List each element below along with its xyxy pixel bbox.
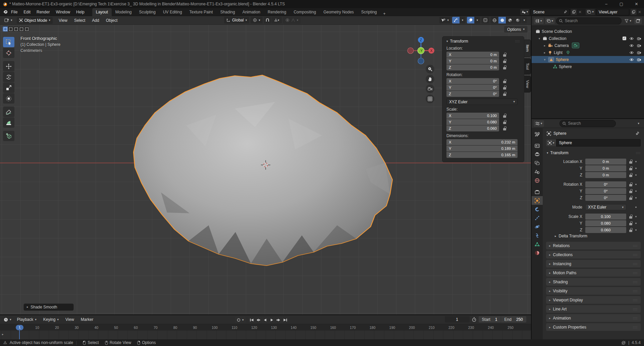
prop-location-y-field[interactable]: 0 m	[585, 165, 626, 171]
outliner-filter-button[interactable]: ▾	[623, 18, 633, 24]
properties-transform-panel-header[interactable]: ▾ Transform ::::	[547, 151, 641, 155]
tool-measure[interactable]	[3, 117, 14, 128]
viewlayer-name-field[interactable]: ViewLayer	[596, 9, 629, 15]
properties-tab-render[interactable]	[532, 141, 543, 150]
pan-view-button[interactable]	[426, 75, 434, 83]
lock-icon[interactable]	[629, 168, 632, 170]
drag-handle-icon[interactable]: ::::	[636, 151, 641, 155]
proportional-editing-dropdown[interactable]: ▾	[283, 17, 301, 23]
panel-instancing[interactable]: ▸ Instancing ::::	[546, 260, 641, 268]
properties-tab-world[interactable]	[532, 176, 543, 185]
viewport-menu-object[interactable]: Object	[103, 18, 121, 23]
toggle-perspective-button[interactable]	[426, 95, 434, 103]
lock-icon[interactable]	[629, 230, 632, 232]
properties-tab-collection[interactable]	[532, 187, 543, 196]
expander-icon[interactable]: ▸	[543, 44, 546, 47]
prop-scale-y-field[interactable]: 0.080	[585, 220, 626, 226]
outliner-row-scene-collection[interactable]: Scene Collection	[532, 28, 644, 35]
outliner-display-mode-button[interactable]: ▾	[545, 18, 555, 24]
previous-keyframe-button[interactable]	[255, 317, 262, 323]
snap-toggle[interactable]	[264, 17, 271, 23]
panel-shading[interactable]: ▸ Shading ::::	[546, 278, 641, 286]
properties-tab-output[interactable]	[532, 150, 543, 159]
lock-icon[interactable]	[629, 216, 632, 219]
scene-browse-button[interactable]: ▾	[520, 9, 530, 15]
workspace-tab-uv-editing[interactable]: UV Editing	[159, 8, 186, 16]
workspace-tab-scripting[interactable]: Scripting	[358, 8, 381, 16]
lock-icon[interactable]	[503, 87, 506, 90]
scale-y-field[interactable]: Y0.080	[446, 119, 499, 125]
workspace-tab-sculpting[interactable]: Sculpting	[136, 8, 159, 16]
menu-file[interactable]: File	[8, 8, 20, 16]
transform-panel-header[interactable]: ▾ Transform ::::	[446, 39, 520, 44]
editor-type-button[interactable]: ▾	[2, 17, 15, 24]
properties-tab-constraints[interactable]	[532, 231, 543, 240]
panel-motion-paths[interactable]: ▸ Motion Paths ::::	[546, 269, 641, 277]
tool-scale[interactable]	[3, 82, 14, 93]
drag-handle-icon[interactable]: ::::	[633, 316, 638, 320]
viewlayer-delete-button[interactable]: ✕	[638, 10, 641, 14]
workspace-tab-texture-paint[interactable]: Texture Paint	[186, 8, 217, 16]
tool-select-box[interactable]	[3, 37, 14, 47]
lock-icon[interactable]	[503, 128, 506, 130]
tool-transform[interactable]	[3, 93, 14, 104]
show-gizmo-toggle[interactable]	[452, 17, 460, 23]
prop-scale-x-field[interactable]: 0.100	[585, 214, 626, 220]
panel-line-art[interactable]: ▸ Line Art ::::	[546, 305, 641, 313]
workspace-tab-rendering[interactable]: Rendering	[264, 8, 290, 16]
delta-transform-subpanel[interactable]: ▸ Delta Transform	[555, 234, 641, 238]
scene-delete-button[interactable]: ✕	[578, 10, 582, 14]
timeline-menu-view[interactable]: View	[62, 317, 77, 322]
transform-orientation-dropdown[interactable]: Global ▾	[224, 17, 249, 23]
tool-cursor[interactable]	[3, 48, 14, 58]
sidebar-tab-item[interactable]: Item	[524, 40, 531, 57]
outliner-editor-type-button[interactable]: ▾	[534, 18, 544, 24]
drag-handle-icon[interactable]: ::::	[633, 298, 638, 302]
outliner-row-collection[interactable]: ▾ Collection ✓	[532, 35, 644, 42]
sidebar-tab-tool[interactable]: Tool	[524, 58, 531, 74]
select-mode-extend[interactable]	[8, 26, 13, 32]
animate-dot[interactable]	[635, 168, 637, 169]
new-collection-button[interactable]	[634, 18, 642, 24]
tool-annotate[interactable]	[3, 107, 14, 117]
jump-to-start-button[interactable]	[249, 317, 255, 323]
drag-handle-icon[interactable]: ::::	[633, 289, 638, 293]
lock-icon[interactable]	[629, 175, 632, 177]
snap-with-dropdown[interactable]: ▾	[272, 17, 282, 23]
lock-icon[interactable]	[503, 81, 506, 83]
animate-dot[interactable]	[635, 223, 637, 224]
disable-render-icon[interactable]	[637, 44, 641, 47]
pin-icon[interactable]	[564, 10, 567, 14]
object-name-field[interactable]: Sphere	[556, 139, 641, 147]
location-y-field[interactable]: Y0 m	[446, 58, 499, 64]
location-x-field[interactable]: X0 m	[446, 52, 499, 58]
shading-rendered-button[interactable]	[514, 17, 521, 23]
selectability-visibility-dropdown[interactable]: ▾	[439, 17, 450, 23]
end-frame-field[interactable]: End250	[501, 316, 526, 323]
operator-panel-shade-smooth[interactable]: ▸ Shade Smooth	[23, 303, 74, 311]
animate-dot[interactable]	[635, 190, 637, 192]
timeline-ruler[interactable]: 1020304050607080901001101201301401501601…	[0, 324, 531, 331]
timeline-menu-marker[interactable]: Marker	[77, 317, 97, 322]
navigation-gizmo[interactable]: Z X -Y	[406, 35, 436, 66]
scale-x-field[interactable]: X0.100	[446, 113, 499, 119]
animate-dot[interactable]	[635, 229, 637, 231]
overlays-dropdown[interactable]: ▾	[475, 17, 480, 23]
viewport-menu-select[interactable]: Select	[71, 18, 89, 23]
stopwatch-icon[interactable]	[472, 317, 476, 322]
properties-options-icon[interactable]: ▾	[638, 122, 639, 125]
lock-icon[interactable]	[503, 115, 506, 118]
drag-handle-icon[interactable]: ::::	[633, 271, 638, 275]
drag-handle-icon[interactable]: ::::	[633, 244, 638, 247]
panel-animation[interactable]: ▸ Animation ::::	[546, 314, 641, 322]
drag-handle-icon[interactable]: ::::	[633, 253, 638, 256]
lock-icon[interactable]	[503, 94, 506, 96]
camera-view-button[interactable]	[426, 84, 434, 93]
disable-render-icon[interactable]	[637, 58, 641, 61]
panel-relations[interactable]: ▸ Relations ::::	[546, 242, 641, 249]
drag-handle-icon[interactable]: ::::	[633, 280, 638, 284]
properties-tab-modifiers[interactable]	[532, 205, 543, 214]
show-overlays-toggle[interactable]	[467, 17, 474, 23]
viewlayer-browse-button[interactable]: ▾	[586, 9, 595, 15]
outliner-row-camera[interactable]: ▸ Camera	[532, 42, 644, 49]
